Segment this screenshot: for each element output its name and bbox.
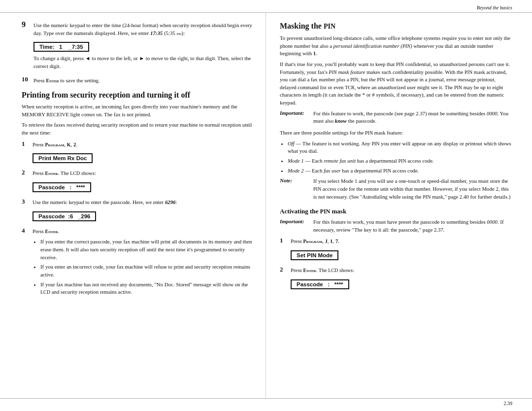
sub-step-2-block: 2 Press Enter. The LCD shows: Passcode :… bbox=[22, 170, 255, 195]
sub-step-3-text: Use the numeric keypad to enter the pass… bbox=[33, 199, 255, 206]
section1-p2: To retrieve the faxes received during se… bbox=[22, 121, 255, 137]
program-key2: Program bbox=[303, 239, 323, 244]
sub-step-3-content: Use the numeric keypad to enter the pass… bbox=[33, 199, 255, 224]
enter-key: Enter bbox=[46, 78, 59, 83]
step-9-change: To change a digit, press ◄ to move to th… bbox=[33, 55, 255, 70]
important-1-label: Important: bbox=[280, 110, 313, 125]
sub-step-4-block: 4 Press Enter. If you enter the correct … bbox=[22, 228, 255, 299]
step-9-num: 9 bbox=[22, 20, 33, 29]
bullet-1: If you enter the correct passcode, your … bbox=[40, 238, 255, 261]
lcd-time: Time: 1 _7:35 bbox=[33, 42, 89, 52]
section1-p1: When security reception is active, an in… bbox=[22, 103, 255, 118]
step-10-content: Press Enter to save the setting. bbox=[33, 77, 255, 88]
settings-intro: There are three possible settings for th… bbox=[280, 129, 512, 137]
right-sub-step-2: 2 Press Enter. The LCD shows: Passcode :… bbox=[280, 267, 512, 292]
right-sub-step-2-text: Press Enter. The LCD shows: bbox=[291, 267, 512, 274]
section2-title: Masking the PIN bbox=[280, 22, 335, 30]
step-9-example: 17:35 bbox=[150, 30, 163, 36]
section2-p1: To prevent unauthorized long-distance ca… bbox=[280, 34, 512, 58]
right-sub-step-1-text: Press Program, J, 1, 7. bbox=[291, 238, 512, 245]
important-note-1: Important: For this feature to work, the… bbox=[280, 110, 512, 125]
pin-mode2: Mode 2 — Each fax user has a departmenta… bbox=[288, 167, 512, 175]
pin-label: PIN bbox=[324, 23, 335, 30]
page-number: 2.39 bbox=[504, 401, 513, 406]
header-text: Beyond the basics bbox=[477, 5, 512, 10]
important-2-label: Important: bbox=[280, 218, 313, 234]
enter-key3: Enter bbox=[45, 229, 58, 234]
sub-step-4-text: Press Enter. bbox=[33, 228, 255, 236]
lcd-passcode1: Passcode : **** bbox=[33, 182, 91, 192]
important-2-text: For this feature to work, you must have … bbox=[313, 218, 512, 234]
step-9-example2: (5:35 pm): bbox=[164, 30, 185, 36]
header: Beyond the basics bbox=[0, 0, 532, 13]
section2-p2: If that's true for you, you'll probably … bbox=[280, 61, 512, 107]
important-note-2: Important: For this feature to work, you… bbox=[280, 218, 512, 234]
pin-mode1: Mode 1 — Each remote fax unit has a depa… bbox=[288, 157, 512, 165]
note-1-text: If you select Mode 1 and you will use a … bbox=[313, 177, 512, 201]
sub-step-2-text: Press Enter. The LCD shows: bbox=[33, 170, 255, 177]
enter-key4: Enter bbox=[303, 268, 316, 273]
important-1-text: For this feature to work, the passcode (… bbox=[313, 110, 512, 125]
right-column: Masking the PIN To prevent unauthorized … bbox=[266, 13, 532, 398]
bullet-2: If you enter an incorrect code, your fax… bbox=[40, 263, 255, 278]
step-9-block: 9 Use the numeric keypad to enter the ti… bbox=[22, 22, 255, 73]
program-key: Program bbox=[45, 142, 65, 147]
right-sub-step-1: 1 Press Program, J, 1, 7. Set PIN Mode bbox=[280, 238, 512, 263]
right-sub-step-2-content: Press Enter. The LCD shows: Passcode : *… bbox=[291, 267, 512, 292]
footer: 2.39 bbox=[0, 398, 532, 411]
note-1-label: Note: bbox=[280, 177, 313, 201]
note-block-1: Note: If you select Mode 1 and you will … bbox=[280, 177, 512, 201]
page: Beyond the basics 9 Use the numeric keyp… bbox=[0, 0, 532, 411]
sub-step-1-text: Press Program, K, 2. bbox=[33, 141, 255, 149]
pin-settings-list: Off — The feature is not working. Any PI… bbox=[288, 140, 512, 175]
lcd-passcode2: Passcode :6 _296 bbox=[33, 211, 96, 221]
right-sub-step-1-content: Press Program, J, 1, 7. Set PIN Mode bbox=[291, 238, 512, 263]
sub-step-2-content: Press Enter. The LCD shows: Passcode : *… bbox=[33, 170, 255, 195]
right-sub-step-1-num: 1 bbox=[280, 237, 291, 244]
sub-step-4-num: 4 bbox=[22, 227, 33, 235]
section3-subtitle: Activating the PIN mask bbox=[280, 207, 512, 215]
content-area: 9 Use the numeric keypad to enter the ti… bbox=[0, 13, 532, 398]
enter-key2: Enter bbox=[45, 171, 58, 176]
step-10-text: Press Enter to save the setting. bbox=[33, 77, 255, 85]
lcd-time-label: Time: bbox=[39, 44, 54, 50]
section1-title: Printing from security reception and tur… bbox=[22, 91, 255, 100]
bullet-list: If you enter the correct passcode, your … bbox=[40, 238, 255, 296]
lcd-print-mem: Print Mem Rx Doc bbox=[33, 153, 93, 163]
right-sub-step-2-num: 2 bbox=[280, 266, 291, 274]
sub-step-1-content: Press Program, K, 2. Print Mem Rx Doc bbox=[33, 141, 255, 167]
step-9-content: Use the numeric keypad to enter the time… bbox=[33, 22, 255, 73]
step-9-text: Use the numeric keypad to enter the time… bbox=[33, 22, 255, 37]
sub-step-1-block: 1 Press Program, K, 2. Print Mem Rx Doc bbox=[22, 141, 255, 167]
sub-step-3-num: 3 bbox=[22, 198, 33, 206]
bullet-3: If your fax machine has not received any… bbox=[40, 281, 255, 296]
pin-off: Off — The feature is not working. Any PI… bbox=[288, 140, 512, 155]
sub-step-4-content: Press Enter. If you enter the correct pa… bbox=[33, 228, 255, 299]
lcd-set-pin: Set PIN Mode bbox=[291, 250, 338, 260]
step-10-num: 10 bbox=[22, 75, 33, 83]
left-column: 9 Use the numeric keypad to enter the ti… bbox=[0, 13, 266, 398]
step-10-block: 10 Press Enter to save the setting. bbox=[22, 77, 255, 88]
lcd-passcode3: Passcode : **** bbox=[291, 279, 349, 289]
sub-step-3-block: 3 Use the numeric keypad to enter the pa… bbox=[22, 199, 255, 224]
sub-step-1-num: 1 bbox=[22, 140, 33, 148]
sub-step-2-num: 2 bbox=[22, 169, 33, 176]
